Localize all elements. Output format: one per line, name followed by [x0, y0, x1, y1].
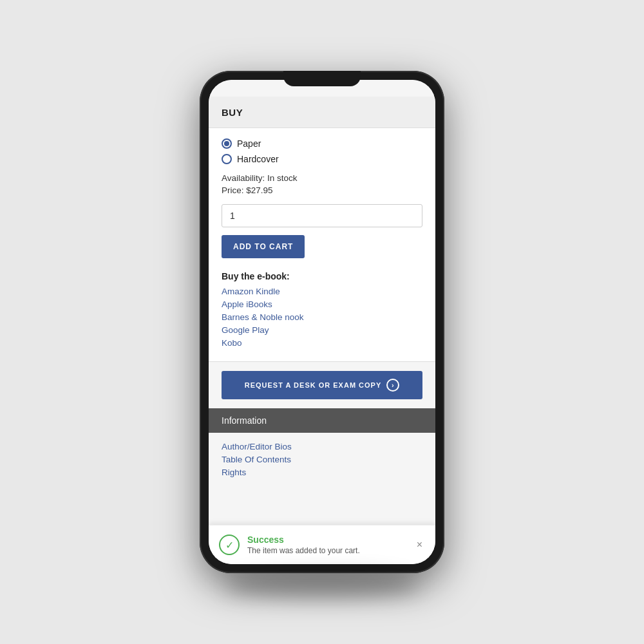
hardcover-radio-circle[interactable]	[222, 154, 232, 164]
availability-text: Availability: In stock	[222, 173, 422, 183]
phone-device: BUY Paper Hardcover Availability: In s	[200, 71, 444, 573]
kobo-link[interactable]: Kobo	[222, 338, 422, 348]
buy-header: BUY	[209, 97, 435, 128]
screen-content: BUY Paper Hardcover Availability: In s	[209, 80, 435, 564]
rights-link[interactable]: Rights	[222, 468, 422, 477]
google-play-link[interactable]: Google Play	[222, 325, 422, 335]
add-to-cart-button[interactable]: ADD TO CART	[222, 235, 305, 258]
close-toast-button[interactable]: ×	[414, 536, 425, 553]
request-btn-wrapper: REQUEST A DESK OR EXAM COPY ›	[209, 362, 435, 408]
success-message: The item was added to your cart.	[247, 546, 406, 555]
information-panel: Author/Editor Bios Table Of Contents Rig…	[209, 433, 435, 489]
format-radio-group: Paper Hardcover	[222, 138, 422, 164]
success-text-block: Success The item was added to your cart.	[247, 535, 406, 555]
buy-panel: Paper Hardcover Availability: In stock P…	[209, 128, 435, 362]
price-text: Price: $27.95	[222, 185, 422, 195]
table-of-contents-link[interactable]: Table Of Contents	[222, 455, 422, 464]
buy-title: BUY	[222, 107, 243, 118]
author-editor-bios-link[interactable]: Author/Editor Bios	[222, 442, 422, 451]
paper-radio-circle[interactable]	[222, 138, 232, 149]
information-title: Information	[222, 415, 267, 426]
amazon-kindle-link[interactable]: Amazon Kindle	[222, 287, 422, 296]
ebook-section: Buy the e-book: Amazon Kindle Apple iBoo…	[222, 271, 422, 348]
ebook-title: Buy the e-book:	[222, 271, 422, 281]
success-icon: ✓	[219, 535, 240, 555]
barnes-noble-link[interactable]: Barnes & Noble nook	[222, 312, 422, 322]
paper-radio-option[interactable]: Paper	[222, 138, 422, 149]
paper-radio-label: Paper	[237, 138, 261, 149]
request-desk-exam-button[interactable]: REQUEST A DESK OR EXAM COPY ›	[222, 371, 422, 399]
quantity-input[interactable]	[222, 204, 422, 227]
apple-ibooks-link[interactable]: Apple iBooks	[222, 299, 422, 309]
phone-screen: BUY Paper Hardcover Availability: In s	[209, 80, 435, 564]
request-btn-arrow-icon: ›	[386, 379, 399, 392]
success-toast: ✓ Success The item was added to your car…	[209, 525, 435, 564]
phone-notch	[283, 71, 361, 86]
information-header: Information	[209, 408, 435, 433]
hardcover-radio-option[interactable]: Hardcover	[222, 154, 422, 164]
phone-shadow	[225, 573, 419, 599]
request-btn-label: REQUEST A DESK OR EXAM COPY	[245, 381, 382, 389]
hardcover-radio-label: Hardcover	[237, 154, 279, 164]
success-title: Success	[247, 535, 406, 545]
